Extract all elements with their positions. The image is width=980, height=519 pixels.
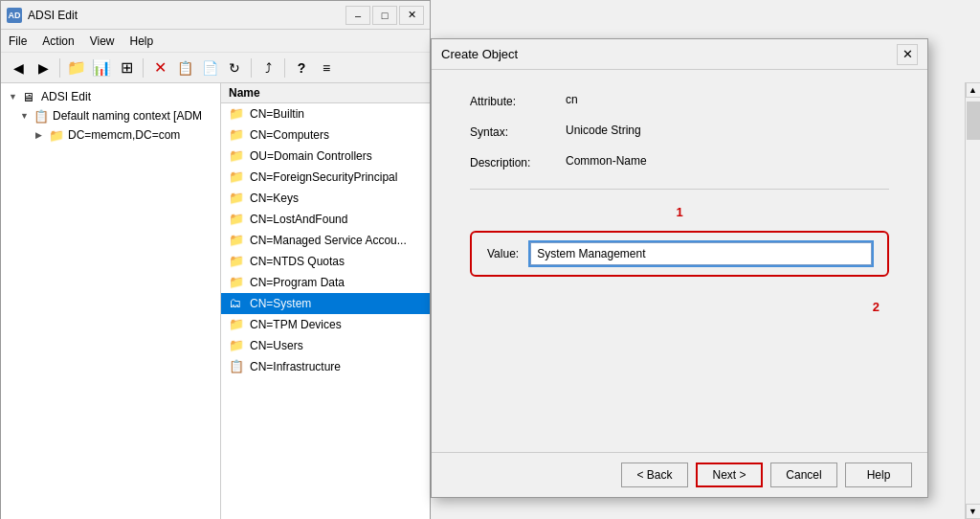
help-button[interactable]: Help [845,463,912,487]
step1-label: 1 [470,205,889,219]
back-button[interactable]: < Back [621,463,688,487]
value-field-label: Value: [487,247,519,260]
dialog-title-bar: Create Object ✕ [432,39,927,70]
dialog-body: Attribute: cn Syntax: Unicode String Des… [432,70,927,345]
value-input[interactable] [530,242,872,265]
attribute-label: Attribute: [470,93,566,108]
syntax-row: Syntax: Unicode String [470,124,889,139]
dialog-title: Create Object [441,47,518,61]
value-section: Value: [470,231,889,277]
scroll-thumb[interactable] [967,102,980,140]
attribute-row: Attribute: cn [470,93,889,108]
step2-label: 2 [470,300,889,314]
scrollbar[interactable]: ▲ ▼ [965,82,980,519]
scroll-up-arrow[interactable]: ▲ [966,82,981,98]
description-label: Description: [470,154,566,169]
dialog-overlay: ▲ ▼ Create Object ✕ Attribute: cn Syntax… [0,0,980,519]
description-row: Description: Common-Name [470,154,889,169]
dialog-footer: < Back Next > Cancel Help [432,452,927,497]
attribute-value: cn [566,93,578,106]
divider [470,189,889,190]
description-value: Common-Name [566,154,647,168]
dialog-close-button[interactable]: ✕ [897,44,918,65]
cancel-button[interactable]: Cancel [770,463,837,487]
create-object-dialog: Create Object ✕ Attribute: cn Syntax: Un… [431,38,928,498]
syntax-label: Syntax: [470,124,566,139]
next-button[interactable]: Next > [696,463,763,487]
scroll-down-arrow[interactable]: ▼ [966,504,981,519]
syntax-value: Unicode String [566,124,641,137]
